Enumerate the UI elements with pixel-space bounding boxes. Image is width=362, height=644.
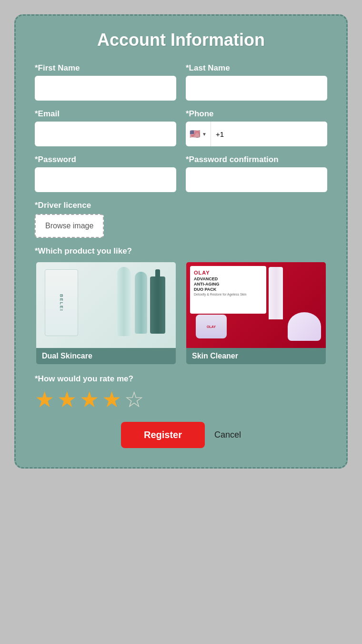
star-1[interactable]: ★ bbox=[35, 388, 54, 410]
cancel-button[interactable]: Cancel bbox=[214, 430, 241, 440]
star-3[interactable]: ★ bbox=[80, 388, 99, 410]
account-form: Account Information *First Name *Last Na… bbox=[14, 14, 348, 469]
password-group: *Password bbox=[35, 155, 176, 192]
chevron-down-icon: ▼ bbox=[202, 132, 207, 137]
product-2-caption: Skin Cleaner bbox=[186, 348, 326, 364]
driver-licence-section: *Driver licence Browse image bbox=[35, 201, 327, 238]
page-title: Account Information bbox=[35, 30, 327, 50]
register-button[interactable]: Register bbox=[121, 422, 205, 448]
last-name-input[interactable] bbox=[186, 76, 327, 101]
last-name-label: *Last Name bbox=[186, 63, 327, 73]
product-section: *Which product you like? BELEI Dual Skin… bbox=[35, 246, 327, 366]
password-confirm-input[interactable] bbox=[186, 167, 327, 192]
product-2-bg: OLAY ADVANCEDANTI-AGINGDUO PACK Detoxify… bbox=[186, 262, 326, 348]
olay-bottle-tall bbox=[269, 267, 283, 319]
belei-box: BELEI bbox=[45, 269, 78, 336]
password-label: *Password bbox=[35, 155, 176, 164]
belei-tube-1 bbox=[117, 267, 131, 336]
phone-input[interactable] bbox=[211, 122, 327, 146]
rating-label: *How would you rate me? bbox=[35, 374, 327, 384]
star-4[interactable]: ★ bbox=[102, 388, 121, 410]
us-flag-icon: 🇺🇸 bbox=[190, 129, 200, 139]
product-grid: BELEI Dual Skincare OLAY ADVANCEDANTI bbox=[35, 261, 327, 366]
name-row: *First Name *Last Name bbox=[35, 63, 327, 101]
star-rating: ★ ★ ★ ★ ☆ bbox=[35, 388, 327, 410]
phone-group: *Phone 🇺🇸 ▼ bbox=[186, 109, 327, 146]
belei-bottle bbox=[150, 276, 165, 334]
password-input[interactable] bbox=[35, 167, 176, 192]
password-confirm-group: *Password confirmation bbox=[186, 155, 327, 192]
contact-row: *Email *Phone 🇺🇸 ▼ bbox=[35, 109, 327, 146]
country-code-selector[interactable]: 🇺🇸 ▼ bbox=[186, 122, 211, 146]
phone-label: *Phone bbox=[186, 109, 327, 119]
product-2-image: OLAY ADVANCEDANTI-AGINGDUO PACK Detoxify… bbox=[186, 262, 326, 348]
olay-brand-text: OLAY bbox=[194, 270, 262, 276]
belei-brand-text: BELEI bbox=[59, 294, 64, 312]
password-row: *Password *Password confirmation bbox=[35, 155, 327, 192]
first-name-group: *First Name bbox=[35, 63, 176, 101]
form-actions: Register Cancel bbox=[35, 422, 327, 448]
olay-title-text: ADVANCEDANTI-AGINGDUO PACK bbox=[194, 276, 262, 292]
star-2[interactable]: ★ bbox=[57, 388, 77, 410]
olay-cream-jar bbox=[288, 312, 321, 341]
olay-subtitle-text: Detoxify & Restore for Ageless Skin bbox=[194, 293, 262, 296]
product-card-skin-cleaner[interactable]: OLAY ADVANCEDANTI-AGINGDUO PACK Detoxify… bbox=[185, 261, 327, 366]
product-1-bg: BELEI bbox=[36, 262, 176, 348]
rating-section: *How would you rate me? ★ ★ ★ ★ ☆ bbox=[35, 374, 327, 410]
email-group: *Email bbox=[35, 109, 176, 146]
driver-licence-label: *Driver licence bbox=[35, 201, 327, 210]
olay-jar bbox=[196, 315, 227, 338]
email-input[interactable] bbox=[35, 122, 176, 146]
email-label: *Email bbox=[35, 109, 176, 119]
star-5[interactable]: ☆ bbox=[124, 388, 144, 410]
browse-image-button[interactable]: Browse image bbox=[35, 214, 104, 238]
product-question-label: *Which product you like? bbox=[35, 246, 327, 256]
product-card-dual-skincare[interactable]: BELEI Dual Skincare bbox=[35, 261, 177, 366]
last-name-group: *Last Name bbox=[186, 63, 327, 101]
phone-field-container: 🇺🇸 ▼ bbox=[186, 122, 327, 146]
first-name-input[interactable] bbox=[35, 76, 176, 101]
olay-box-white: OLAY ADVANCEDANTI-AGINGDUO PACK Detoxify… bbox=[190, 266, 266, 314]
product-1-caption: Dual Skincare bbox=[36, 348, 176, 364]
belei-tube-2 bbox=[135, 272, 147, 334]
password-confirm-label: *Password confirmation bbox=[186, 155, 327, 164]
product-1-image: BELEI bbox=[36, 262, 176, 348]
first-name-label: *First Name bbox=[35, 63, 176, 73]
